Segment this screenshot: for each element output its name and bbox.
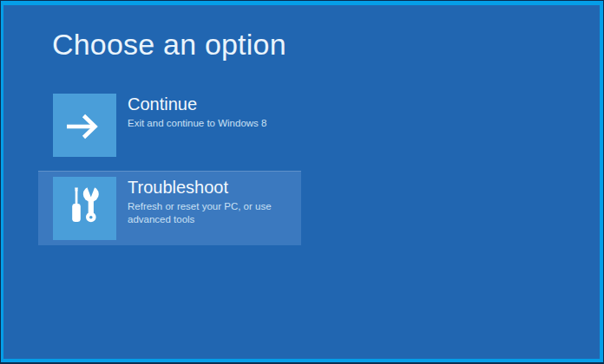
arrow-right-icon (53, 94, 116, 157)
continue-texts: Continue Exit and continue to Windows 8 (128, 94, 292, 130)
option-label: Troubleshoot (128, 178, 292, 198)
continue-tile[interactable] (53, 94, 116, 157)
troubleshoot-texts: Troubleshoot Refresh or reset your PC, o… (128, 178, 292, 225)
option-description: Exit and continue to Windows 8 (128, 117, 286, 130)
screen-outer-edge: Choose an option Continue Exit and conti… (0, 0, 604, 364)
tools-icon (53, 177, 116, 240)
screen-frame-border: Choose an option Continue Exit and conti… (1, 1, 603, 362)
option-label: Continue (128, 94, 292, 114)
page-title: Choose an option (52, 28, 286, 62)
boot-options-screen: Choose an option Continue Exit and conti… (3, 5, 600, 359)
option-description: Refresh or reset your PC, or use advance… (128, 200, 286, 225)
troubleshoot-tile[interactable] (53, 177, 116, 240)
option-troubleshoot[interactable]: Troubleshoot Refresh or reset your PC, o… (38, 171, 301, 245)
option-continue[interactable]: Continue Exit and continue to Windows 8 (38, 88, 301, 162)
